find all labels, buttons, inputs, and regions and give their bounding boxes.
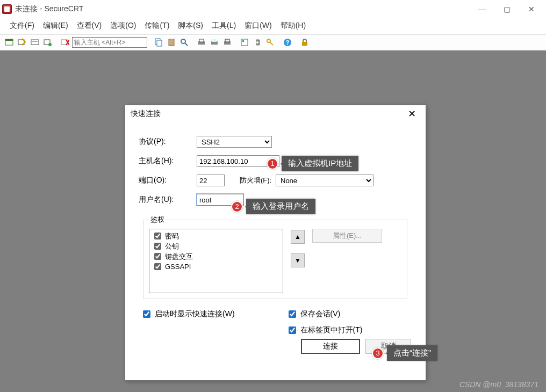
svg-rect-11 — [157, 40, 162, 46]
svg-point-6 — [48, 43, 52, 46]
svg-rect-23 — [241, 39, 248, 46]
copy-icon[interactable] — [153, 37, 164, 48]
disconnect-icon[interactable] — [59, 37, 71, 48]
port-input[interactable] — [197, 175, 225, 186]
svg-rect-4 — [32, 41, 38, 42]
menu-tools[interactable]: 工具(L) — [207, 19, 240, 32]
auth-item-gssapi: GSSAPI — [152, 262, 280, 272]
annotation-1: 1 输入虚拟机IP地址 — [267, 156, 358, 171]
close-button[interactable]: ✕ — [519, 1, 544, 17]
auth-item-publickey: 公钥 — [152, 241, 280, 251]
save-session-checkbox[interactable]: 保存会话(V) — [286, 309, 363, 320]
title-bar: 未连接 - SecureCRT — ▢ ✕ — [0, 0, 546, 18]
menu-window[interactable]: 窗口(W) — [240, 19, 276, 32]
reconnect-icon[interactable] — [42, 37, 54, 48]
print-selection-icon[interactable] — [209, 37, 220, 48]
hostname-label: 主机名(H): — [139, 156, 197, 166]
svg-rect-17 — [199, 39, 204, 42]
find-icon[interactable] — [178, 37, 190, 48]
svg-rect-24 — [242, 40, 244, 42]
callout-text-2: 输入登录用户名 — [246, 199, 315, 214]
main-window: 未连接 - SecureCRT — ▢ ✕ 文件(F) 编辑(E) 查看(V) … — [0, 0, 546, 51]
key-icon[interactable] — [264, 37, 276, 48]
settings-icon[interactable] — [252, 37, 263, 48]
connect-bar-icon[interactable] — [29, 37, 41, 48]
menu-file[interactable]: 文件(F) — [5, 19, 39, 32]
menu-script[interactable]: 脚本(S) — [174, 19, 207, 32]
annotation-2: 2 输入登录用户名 — [231, 199, 315, 214]
properties-button: 属性(E)... — [312, 229, 382, 243]
window-controls: — ▢ ✕ — [470, 1, 544, 17]
menu-view[interactable]: 查看(V) — [73, 19, 106, 32]
quick-connect-icon[interactable] — [16, 37, 28, 48]
svg-rect-21 — [225, 39, 229, 42]
port-label: 端口(O): — [139, 176, 197, 185]
window-title: 未连接 - SecureCRT — [15, 4, 83, 14]
show-on-startup-checkbox[interactable]: 启动时显示快速连接(W) — [141, 309, 235, 320]
svg-line-27 — [270, 42, 273, 45]
print-icon[interactable] — [196, 37, 207, 48]
svg-rect-22 — [226, 40, 229, 40]
svg-text:?: ? — [286, 39, 290, 46]
auth-item-password: 密码 — [152, 231, 280, 241]
lock-icon[interactable] — [299, 37, 311, 48]
callout-text-3: 点击“连接” — [387, 345, 437, 361]
badge-2: 2 — [231, 201, 243, 213]
toolbar: ? — [0, 34, 546, 50]
firewall-label: 防火墙(F): — [240, 176, 276, 185]
auth-item-keyboard: 键盘交互 — [152, 251, 280, 262]
paste-icon[interactable] — [166, 37, 177, 48]
session-manager-icon[interactable] — [3, 37, 15, 48]
host-search-input[interactable] — [72, 37, 147, 48]
svg-point-25 — [256, 41, 258, 43]
auth-methods-list[interactable]: 密码 公钥 键盘交互 GSSAPI — [149, 229, 283, 293]
menu-options[interactable]: 选项(O) — [106, 19, 140, 32]
svg-rect-19 — [212, 39, 217, 42]
properties-icon[interactable] — [239, 37, 250, 48]
svg-rect-13 — [170, 39, 173, 40]
menu-edit[interactable]: 编辑(E) — [39, 19, 73, 32]
watermark: CSDN @m0_38138371 — [459, 380, 538, 389]
move-down-button[interactable]: ▼ — [291, 253, 305, 267]
app-icon — [2, 4, 12, 14]
menu-transfer[interactable]: 传输(T) — [140, 19, 174, 32]
menu-bar: 文件(F) 编辑(E) 查看(V) 选项(O) 传输(T) 脚本(S) 工具(L… — [0, 18, 546, 34]
auth-fieldset: 鉴权 密码 公钥 键盘交互 GSSAPI ▲ ▼ 属性(E)... — [143, 215, 407, 299]
firewall-select[interactable]: None — [276, 175, 373, 186]
svg-point-14 — [181, 39, 185, 43]
print-screen-icon[interactable] — [221, 37, 233, 48]
annotation-3: 3 点击“连接” — [372, 345, 437, 361]
svg-line-15 — [185, 43, 188, 46]
menu-help[interactable]: 帮助(H) — [276, 19, 310, 32]
badge-1: 1 — [267, 158, 278, 170]
open-in-tab-checkbox[interactable]: 在标签页中打开(T) — [286, 325, 363, 336]
svg-rect-30 — [302, 42, 307, 46]
minimize-button[interactable]: — — [470, 1, 494, 17]
connect-button[interactable]: 连接 — [301, 339, 360, 354]
svg-rect-3 — [31, 40, 39, 45]
auth-legend: 鉴权 — [149, 215, 166, 224]
dialog-titlebar: 快速连接 ✕ — [125, 105, 426, 122]
protocol-label: 协议(P): — [139, 137, 197, 147]
username-label: 用户名(U): — [139, 195, 197, 205]
dialog-close-button[interactable]: ✕ — [404, 107, 420, 121]
callout-text-1: 输入虚拟机IP地址 — [282, 156, 358, 171]
quick-connect-dialog: 快速连接 ✕ 协议(P): SSH2 主机名(H): 端口(O): 防火墙(F)… — [125, 105, 426, 381]
help-icon[interactable]: ? — [282, 37, 293, 48]
move-up-button[interactable]: ▲ — [291, 230, 305, 244]
maximize-button[interactable]: ▢ — [494, 1, 519, 17]
protocol-select[interactable]: SSH2 — [197, 136, 272, 148]
badge-3: 3 — [372, 347, 384, 359]
svg-rect-1 — [5, 39, 13, 41]
dialog-title: 快速连接 — [131, 109, 161, 119]
